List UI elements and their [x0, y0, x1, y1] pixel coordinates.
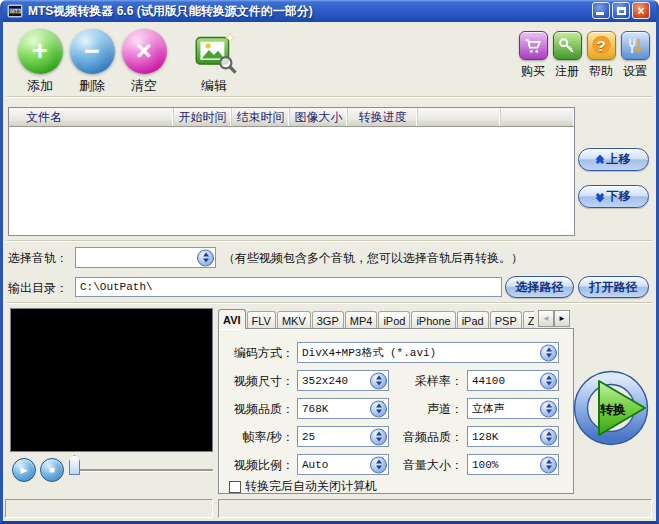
spinner-icon[interactable]: [540, 428, 557, 445]
edit-picture-icon: [192, 29, 237, 74]
file-list-header: 文件名 开始时间 结束时间 图像大小 转换进度: [9, 108, 574, 127]
tab-scroll-right-button[interactable]: ►: [554, 310, 570, 327]
tab-mp4[interactable]: MP4: [345, 311, 378, 329]
close-button[interactable]: ×: [632, 2, 650, 19]
channels-label: 声道：: [379, 401, 463, 418]
fps-label: 帧率/秒：: [219, 429, 294, 446]
column-filler: [501, 108, 574, 126]
fps-select[interactable]: 25: [297, 426, 389, 447]
audio-track-hint: （有些视频包含多个音轨，您可以选择音轨后再转换。）: [223, 250, 523, 267]
output-path-input[interactable]: [75, 277, 502, 297]
status-cell-right: [218, 499, 652, 518]
tab-ipad[interactable]: iPad: [457, 311, 489, 329]
volume-select[interactable]: 100%: [467, 454, 559, 475]
video-size-select[interactable]: 352x240: [297, 370, 389, 391]
toolbar-left: + 添加 − 删除 × 清空: [14, 29, 240, 95]
maximize-button[interactable]: [612, 2, 630, 19]
audio-quality-label: 音频品质：: [379, 429, 463, 446]
format-tab-control: AVI FLV MKV 3GP MP4 iPod iPhone iPad PSP…: [218, 308, 574, 494]
tab-3gp[interactable]: 3GP: [312, 311, 344, 329]
sample-rate-value: 44100: [472, 375, 505, 387]
play-button[interactable]: ▶: [12, 458, 36, 482]
encode-select[interactable]: DivX4+MP3格式 (*.avi): [297, 342, 559, 363]
seek-slider-thumb[interactable]: [69, 455, 80, 475]
arrow-down-icon: [546, 382, 552, 386]
toolbar-right: 购买 注册 ? 帮助: [516, 31, 652, 80]
separator: [7, 96, 652, 98]
register-label: 注册: [555, 63, 579, 80]
encode-label: 编码方式：: [219, 345, 294, 362]
settings-button[interactable]: 设置: [618, 31, 652, 80]
convert-button[interactable]: 转换: [573, 368, 653, 448]
tab-zune[interactable]: Zune: [523, 311, 534, 329]
move-up-label: 上移: [607, 151, 631, 168]
volume-value: 100%: [472, 459, 498, 471]
plus-glyph: +: [32, 38, 48, 65]
video-quality-select[interactable]: 768K: [297, 398, 389, 419]
column-end-time[interactable]: 结束时间: [232, 108, 290, 126]
column-start-time[interactable]: 开始时间: [174, 108, 232, 126]
move-down-button[interactable]: 下移: [578, 185, 649, 208]
window-title: MTS视频转换器 6.6 (试用版只能转换源文件的一部分): [28, 3, 313, 20]
edit-button[interactable]: 编辑: [188, 29, 240, 95]
spinner-icon[interactable]: [197, 249, 214, 266]
spinner-icon[interactable]: [540, 372, 557, 389]
audio-quality-select[interactable]: 128K: [467, 426, 559, 447]
output-dir-label: 输出目录：: [8, 280, 68, 297]
add-label: 添加: [27, 77, 53, 95]
sample-rate-select[interactable]: 44100: [467, 370, 559, 391]
audio-quality-value: 128K: [472, 431, 498, 443]
tab-flv[interactable]: FLV: [247, 311, 276, 329]
right-pointer-icon: ►: [558, 314, 566, 323]
move-up-button[interactable]: 上移: [578, 148, 649, 171]
seek-slider-track[interactable]: [69, 469, 213, 472]
tab-mkv[interactable]: MKV: [277, 311, 311, 329]
register-button[interactable]: 注册: [550, 31, 584, 80]
channels-select[interactable]: 立体声: [467, 398, 559, 419]
file-list-body[interactable]: [9, 127, 574, 235]
audio-track-select[interactable]: [75, 247, 216, 268]
choose-path-button[interactable]: 选择路径: [505, 276, 574, 298]
buy-button[interactable]: 购买: [516, 31, 550, 80]
spinner-icon[interactable]: [540, 456, 557, 473]
sample-rate-label: 采样率：: [379, 373, 463, 390]
arrow-up-icon: [546, 460, 552, 464]
aspect-select[interactable]: Auto: [297, 454, 389, 475]
delete-button[interactable]: − 删除: [66, 29, 118, 95]
fps-value: 25: [302, 431, 315, 443]
spinner-icon[interactable]: [540, 400, 557, 417]
video-size-value: 352x240: [302, 375, 348, 387]
tab-iphone[interactable]: iPhone: [411, 311, 455, 329]
arrow-down-icon: [546, 466, 552, 470]
help-button[interactable]: ? 帮助: [584, 31, 618, 80]
column-image-size[interactable]: 图像大小: [290, 108, 348, 126]
stop-icon: ■: [49, 466, 54, 475]
shutdown-checkbox[interactable]: [229, 481, 241, 493]
settings-label: 设置: [623, 63, 647, 80]
tab-avi[interactable]: AVI: [218, 309, 246, 329]
separator: [7, 240, 652, 242]
clear-label: 清空: [131, 77, 157, 95]
title-bar: MTS MTS视频转换器 6.6 (试用版只能转换源文件的一部分) ×: [3, 0, 656, 22]
arrow-up-icon: [546, 348, 552, 352]
channels-value: 立体声: [472, 401, 505, 416]
tab-ipod[interactable]: iPod: [378, 311, 410, 329]
svg-text:MTS: MTS: [10, 8, 22, 14]
open-path-button[interactable]: 打开路径: [578, 276, 649, 298]
plus-icon: +: [18, 29, 63, 74]
add-button[interactable]: + 添加: [14, 29, 66, 95]
audio-track-label: 选择音轨：: [8, 250, 68, 267]
tab-scroll-left-button[interactable]: ◄: [538, 310, 554, 327]
column-filename[interactable]: 文件名: [9, 108, 174, 126]
minus-icon: −: [70, 29, 115, 74]
tab-psp[interactable]: PSP: [490, 311, 522, 329]
minimize-button[interactable]: [592, 2, 610, 19]
clear-button[interactable]: × 清空: [118, 29, 170, 95]
arrow-up-icon: [546, 376, 552, 380]
spinner-icon[interactable]: [540, 344, 557, 361]
column-progress[interactable]: 转换进度: [348, 108, 418, 126]
stop-button[interactable]: ■: [40, 458, 64, 482]
aspect-label: 视频比例：: [219, 457, 294, 474]
help-label: 帮助: [589, 63, 613, 80]
shutdown-checkbox-row[interactable]: 转换完后自动关闭计算机: [229, 478, 377, 495]
